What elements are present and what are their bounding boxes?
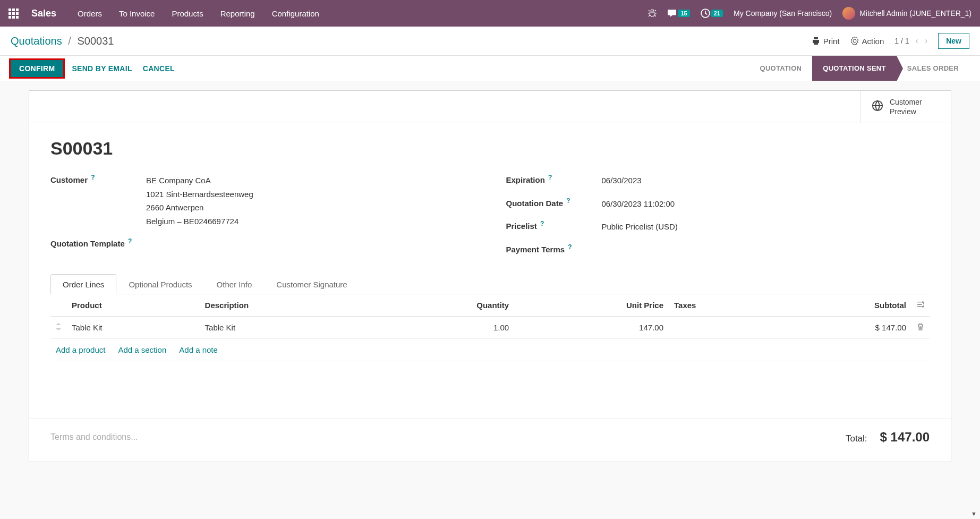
globe-icon (872, 100, 883, 114)
drag-handle-icon[interactable] (50, 316, 66, 338)
breadcrumb-current: S00031 (77, 35, 114, 47)
form-sheet: Customer Preview S00031 Customer ? BE Co… (29, 90, 951, 462)
pricelist-label: Pricelist ? (506, 220, 602, 231)
nav-reporting[interactable]: Reporting (220, 9, 255, 18)
cell-unit-price[interactable]: 147.00 (514, 316, 669, 338)
status-sales-order[interactable]: SALES ORDER (897, 56, 969, 81)
col-quantity: Quantity (376, 294, 514, 317)
nav-menu: Orders To Invoice Products Reporting Con… (78, 9, 319, 18)
col-taxes: Taxes (669, 294, 774, 317)
expiration-value[interactable]: 06/30/2023 (602, 174, 642, 188)
customer-label: Customer ? (50, 174, 146, 184)
confirm-button[interactable]: CONFIRM (11, 60, 63, 77)
app-name[interactable]: Sales (31, 8, 56, 19)
cell-product[interactable]: Table Kit (66, 316, 200, 338)
svg-point-2 (922, 301, 924, 303)
col-description: Description (200, 294, 376, 317)
add-links-row: Add a product Add a section Add a note (50, 339, 930, 361)
action-button[interactable]: Action (850, 37, 884, 46)
col-unit-price: Unit Price (514, 294, 669, 317)
order-lines-table: Product Description Quantity Unit Price … (50, 294, 930, 339)
activities-badge: 21 (711, 10, 723, 17)
trash-icon[interactable] (917, 323, 924, 332)
status-quotation-sent[interactable]: QUOTATION SENT (812, 56, 897, 81)
breadcrumb-root[interactable]: Quotations (11, 35, 62, 47)
avatar (842, 7, 855, 20)
cell-subtotal: $ 147.00 (774, 316, 911, 338)
breadcrumb: Quotations / S00031 (11, 35, 114, 47)
action-bar: CONFIRM SEND BY EMAIL CANCEL QUOTATION Q… (0, 55, 980, 81)
columns-settings-icon[interactable] (917, 301, 924, 310)
nav-products[interactable]: Products (172, 9, 203, 18)
activities-icon[interactable]: 21 (701, 8, 723, 18)
tab-customer-signature[interactable]: Customer Signature (264, 274, 359, 294)
apps-icon[interactable] (8, 8, 19, 19)
user-name: Mitchell Admin (JUNE_ENTER_1) (859, 9, 972, 18)
nav-configuration[interactable]: Configuration (272, 9, 319, 18)
customer-preview-button[interactable]: Customer Preview (860, 91, 951, 123)
nav-to-invoice[interactable]: To Invoice (119, 9, 155, 18)
tabs: Order Lines Optional Products Other Info… (50, 274, 930, 294)
cancel-button[interactable]: CANCEL (141, 60, 177, 77)
bug-icon[interactable] (648, 9, 657, 18)
total-value: $ 147.00 (880, 430, 930, 445)
table-row[interactable]: Table Kit Table Kit 1.00 147.00 $ 147.00 (50, 316, 930, 338)
company-selector[interactable]: My Company (San Francisco) (734, 9, 832, 18)
total-label: Total: (846, 433, 867, 444)
payment-terms-label: Payment Terms ? (506, 243, 602, 254)
status-bar: QUOTATION QUOTATION SENT SALES ORDER (749, 56, 969, 81)
quotation-date-value[interactable]: 06/30/2023 11:02:00 (602, 197, 675, 211)
user-menu[interactable]: Mitchell Admin (JUNE_ENTER_1) (842, 7, 972, 20)
cell-quantity[interactable]: 1.00 (376, 316, 514, 338)
messages-icon[interactable]: 15 (667, 8, 689, 18)
print-button[interactable]: Print (812, 37, 840, 46)
pager-next-icon[interactable]: › (925, 36, 927, 46)
pager-value[interactable]: 1 / 1 (894, 37, 909, 45)
quotation-template-label: Quotation Template ? (50, 237, 146, 248)
status-quotation[interactable]: QUOTATION (749, 56, 812, 81)
pricelist-value[interactable]: Public Pricelist (USD) (602, 220, 678, 234)
nav-orders[interactable]: Orders (78, 9, 102, 18)
cell-description[interactable]: Table Kit (200, 316, 376, 338)
new-button[interactable]: New (938, 33, 969, 49)
tab-order-lines[interactable]: Order Lines (50, 274, 116, 294)
add-section-link[interactable]: Add a section (118, 345, 166, 354)
tab-optional-products[interactable]: Optional Products (116, 274, 204, 294)
top-navbar: Sales Orders To Invoice Products Reporti… (0, 0, 980, 27)
col-subtotal: Subtotal (774, 294, 911, 317)
tab-other-info[interactable]: Other Info (204, 274, 265, 294)
send-by-email-button[interactable]: SEND BY EMAIL (70, 60, 134, 77)
button-box: Customer Preview (29, 91, 951, 123)
terms-input[interactable]: Terms and conditions... (50, 432, 138, 442)
quotation-date-label: Quotation Date ? (506, 197, 602, 208)
add-note-link[interactable]: Add a note (179, 345, 218, 354)
form-footer: Terms and conditions... Total: $ 147.00 (29, 419, 951, 455)
svg-point-3 (922, 306, 924, 308)
record-title: S00031 (50, 138, 930, 159)
col-product: Product (66, 294, 200, 317)
expiration-label: Expiration ? (506, 174, 602, 184)
messages-badge: 15 (678, 10, 689, 17)
pager: 1 / 1 ‹ › (894, 36, 927, 46)
pager-prev-icon[interactable]: ‹ (916, 36, 918, 46)
add-product-link[interactable]: Add a product (56, 345, 105, 354)
customer-value[interactable]: BE Company CoA 1021 Sint-Bernardsesteenw… (146, 174, 253, 228)
cell-taxes[interactable] (669, 316, 774, 338)
breadcrumb-bar: Quotations / S00031 Print Action 1 / 1 ‹… (0, 27, 980, 55)
